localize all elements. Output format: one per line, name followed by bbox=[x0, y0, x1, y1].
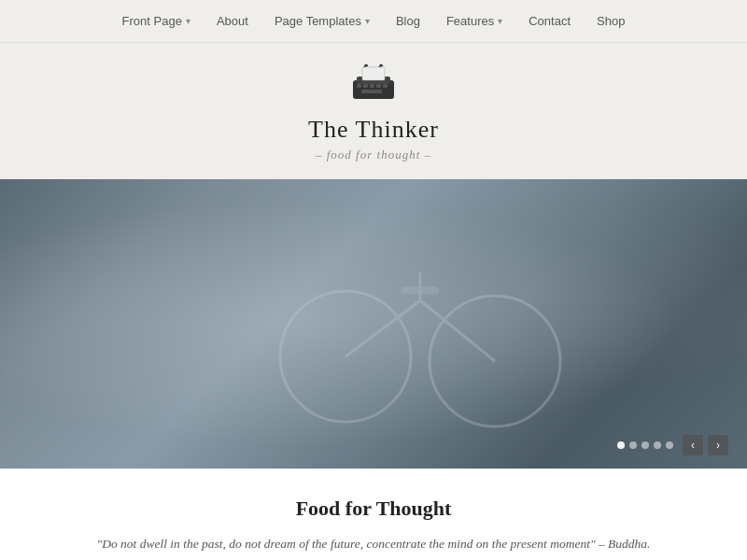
site-title: The Thinker bbox=[0, 116, 747, 144]
svg-rect-7 bbox=[383, 84, 388, 88]
slider-prev-button[interactable]: ‹ bbox=[683, 435, 703, 455]
site-tagline: – food for thought – bbox=[0, 147, 747, 162]
svg-rect-2 bbox=[362, 67, 385, 80]
slider-dot-2[interactable] bbox=[641, 441, 649, 449]
svg-rect-6 bbox=[376, 84, 381, 88]
dropdown-arrow-icon: ▾ bbox=[365, 16, 370, 26]
svg-rect-3 bbox=[357, 84, 361, 88]
section-title: Food for Thought bbox=[75, 497, 672, 521]
slider-controls: ‹ › bbox=[617, 435, 728, 455]
site-logo bbox=[345, 62, 402, 108]
nav-item-shop[interactable]: Shop bbox=[584, 9, 638, 33]
svg-rect-8 bbox=[361, 90, 382, 93]
slider-dot-3[interactable] bbox=[654, 441, 661, 449]
site-header: The Thinker – food for thought – bbox=[0, 43, 747, 179]
main-nav: Front Page▾AboutPage Templates▾BlogFeatu… bbox=[0, 0, 747, 43]
nav-item-front-page[interactable]: Front Page▾ bbox=[109, 9, 204, 33]
nav-item-page-templates[interactable]: Page Templates▾ bbox=[261, 9, 383, 33]
dropdown-arrow-icon: ▾ bbox=[186, 16, 190, 26]
slider-next-button[interactable]: › bbox=[708, 435, 728, 455]
slider-dot-0[interactable] bbox=[617, 441, 625, 449]
nav-item-contact[interactable]: Contact bbox=[515, 9, 584, 33]
hero-slider: ‹ › bbox=[0, 179, 747, 469]
section-quote: "Do not dwell in the past, do not dream … bbox=[75, 534, 672, 554]
slider-dot-1[interactable] bbox=[629, 441, 637, 449]
hero-image bbox=[0, 179, 747, 469]
svg-point-9 bbox=[365, 64, 368, 67]
slider-dot-4[interactable] bbox=[666, 441, 673, 449]
dropdown-arrow-icon: ▾ bbox=[498, 16, 502, 26]
slider-dots bbox=[617, 441, 673, 449]
svg-point-10 bbox=[380, 64, 383, 67]
nav-item-blog[interactable]: Blog bbox=[383, 9, 433, 33]
svg-rect-5 bbox=[370, 84, 374, 88]
content-section: Food for Thought "Do not dwell in the pa… bbox=[0, 469, 747, 560]
svg-rect-4 bbox=[363, 84, 368, 88]
nav-item-about[interactable]: About bbox=[204, 9, 261, 33]
nav-item-features[interactable]: Features▾ bbox=[433, 9, 515, 33]
